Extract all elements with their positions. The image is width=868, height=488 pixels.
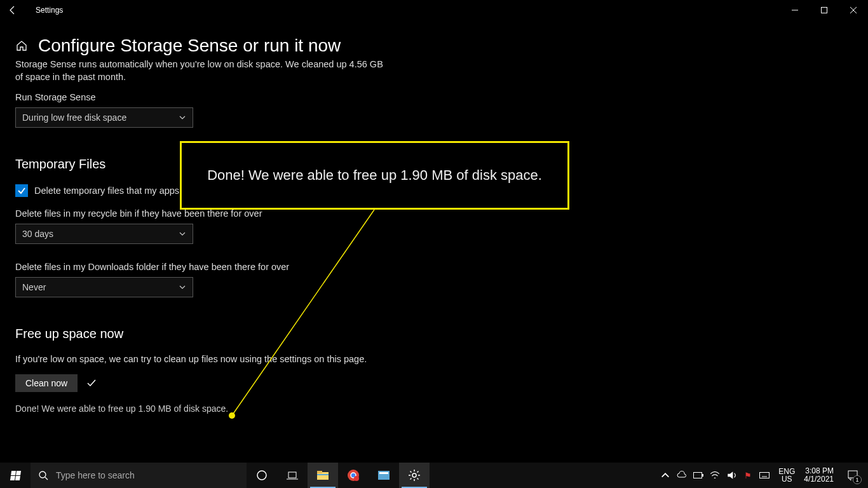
wifi-icon[interactable] (710, 470, 720, 480)
checkmark-icon (86, 378, 97, 388)
keyboard-icon[interactable] (759, 470, 770, 480)
chevron-down-icon (179, 230, 186, 238)
run-storage-sense-dropdown[interactable]: During low free disk space (15, 107, 193, 128)
system-tray[interactable]: ⚑ (656, 470, 773, 480)
callout-text: Done! We were able to free up 1.90 MB of… (207, 167, 542, 184)
task-view-icon[interactable] (277, 463, 308, 488)
settings-icon[interactable] (399, 463, 430, 488)
intro-text: Storage Sense runs automatically when yo… (15, 58, 391, 83)
callout-dot (229, 412, 235, 419)
taskbar-search[interactable]: Type here to search (31, 463, 247, 488)
language-indicator[interactable]: ENG US (776, 468, 797, 483)
recycle-bin-dropdown[interactable]: 30 days (15, 224, 193, 244)
app-icon[interactable] (369, 463, 399, 488)
downloads-value: Never (22, 282, 46, 292)
svg-rect-6 (288, 472, 296, 478)
windows-logo-icon (10, 471, 20, 480)
svg-line-4 (45, 477, 48, 480)
security-icon[interactable]: ⚑ (743, 470, 753, 480)
start-button[interactable] (0, 463, 31, 488)
file-explorer-icon[interactable] (308, 463, 338, 488)
window-title: Settings (36, 6, 63, 15)
svg-point-5 (257, 471, 266, 480)
free-up-space-desc: If you're low on space, we can try to cl… (15, 354, 391, 364)
notification-badge: 1 (853, 475, 862, 484)
chevron-down-icon (179, 283, 186, 291)
chrome-icon[interactable] (338, 463, 369, 488)
recycle-bin-value: 30 days (22, 229, 53, 239)
svg-rect-10 (317, 474, 329, 475)
search-placeholder: Type here to search (56, 470, 135, 480)
downloads-label: Delete files in my Downloads folder if t… (15, 262, 391, 272)
onedrive-icon[interactable] (677, 470, 687, 480)
home-icon[interactable] (15, 39, 28, 52)
clean-now-button[interactable]: Clean now (15, 374, 78, 392)
volume-icon[interactable] (726, 470, 736, 480)
svg-point-14 (354, 476, 359, 481)
clock[interactable]: 3:08 PM 4/1/2021 (800, 467, 837, 484)
run-storage-sense-value: During low free disk space (22, 112, 126, 123)
checkmark-icon (17, 186, 26, 195)
clean-result-text: Done! We were able to free up 1.90 MB of… (15, 403, 391, 414)
maximize-button[interactable] (810, 0, 839, 20)
downloads-dropdown[interactable]: Never (15, 277, 193, 297)
delete-temp-checkbox[interactable] (15, 184, 28, 197)
recycle-bin-label: Delete files in my recycle bin if they h… (15, 208, 391, 219)
svg-point-17 (412, 473, 416, 477)
svg-rect-1 (822, 8, 827, 13)
svg-rect-16 (379, 472, 388, 474)
callout-box: Done! We were able to free up 1.90 MB of… (180, 141, 569, 210)
svg-point-3 (39, 471, 46, 478)
minimize-button[interactable] (780, 0, 810, 20)
taskbar: Type here to search (0, 463, 868, 488)
titlebar: Settings (0, 0, 868, 20)
svg-rect-9 (317, 471, 322, 473)
tray-chevron-up-icon[interactable] (660, 470, 670, 480)
cortana-icon[interactable] (247, 463, 277, 488)
free-up-space-heading: Free up space now (15, 327, 391, 341)
action-center-icon[interactable]: 1 (840, 463, 865, 488)
chevron-down-icon (179, 114, 186, 121)
search-icon (38, 470, 48, 480)
close-button[interactable] (839, 0, 868, 20)
page-header: Configure Storage Sense or run it now (0, 20, 868, 61)
svg-rect-19 (702, 474, 703, 477)
run-storage-sense-label: Run Storage Sense (15, 92, 391, 102)
content-area: Storage Sense runs automatically when yo… (0, 58, 407, 414)
battery-icon[interactable] (693, 470, 703, 480)
page-title: Configure Storage Sense or run it now (38, 36, 341, 56)
svg-rect-20 (760, 473, 770, 478)
back-button[interactable] (5, 3, 20, 18)
svg-rect-18 (694, 473, 702, 478)
